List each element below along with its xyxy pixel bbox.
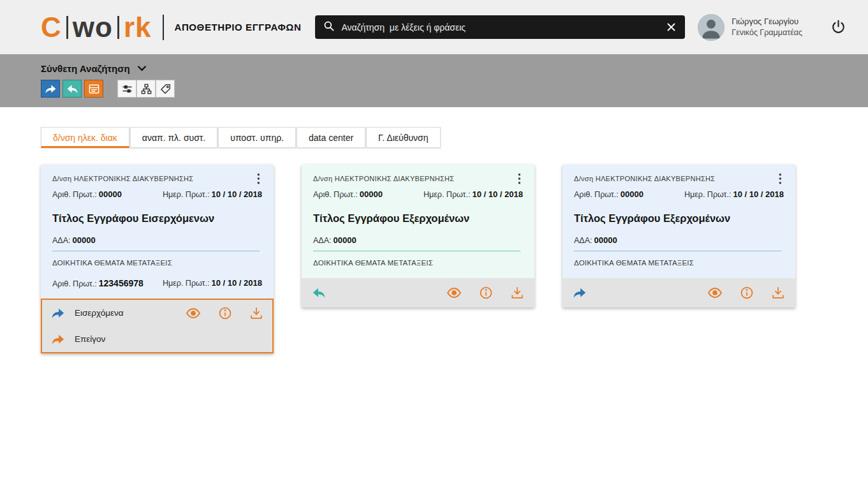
ada-number: ΑΔΑ:00000: [313, 235, 520, 251]
protocol-date: Ημερ. Πρωτ.:10 / 10 / 2018: [423, 189, 523, 199]
card-title: Τίτλος Εγγράφου Εξερχομένων: [574, 212, 784, 225]
card-body: Δ/νση ΗΛΕΚΤΡΟΝΙΚΗΣ ΔΙΑΚΥΒΕΡΝΗΣΗΣ ⋮ Αριθ.…: [563, 165, 795, 278]
card-department: Δ/νση ΗΛΕΚΤΡΟΝΙΚΗΣ ΔΙΑΚΥΒΕΡΝΗΣΗΣ: [313, 175, 523, 182]
info-icon[interactable]: [740, 286, 754, 300]
user-name: Γιώργος Γεωργίου: [732, 16, 802, 27]
search-icon: [323, 20, 335, 34]
protocol-number: Αριθ. Πρωτ.:00000: [52, 189, 122, 199]
footer-row-priority: Επείγον: [42, 326, 272, 352]
department-tabs: δ/νση ηλεκ. διακ αναπ. πλ. συστ. υποστ. …: [41, 127, 868, 148]
forward-icon[interactable]: [573, 286, 587, 300]
card-secondary-meta-row: Αριθ. Πρωτ.:123456978 Ημερ. Πρωτ.:10 / 1…: [52, 278, 262, 290]
document-card: Δ/νση ΗΛΕΚΤΡΟΝΙΚΗΣ ΔΙΑΚΥΒΕΡΝΗΣΗΣ ⋮ Αριθ.…: [563, 165, 795, 307]
card-body: Δ/νση ΗΛΕΚΤΡΟΝΙΚΗΣ ΔΙΑΚΥΒΕΡΝΗΣΗΣ ⋮ Αριθ.…: [41, 165, 274, 299]
action-toolbar: [41, 80, 868, 98]
priority-label: Επείγον: [75, 334, 105, 344]
card-actions: [707, 285, 785, 300]
user-avatar: [698, 14, 725, 41]
logout-button[interactable]: [830, 19, 846, 35]
card-meta-row: Αριθ. Πρωτ.:00000 Ημερ. Πρωτ.:10 / 10 / …: [313, 189, 523, 199]
ada-number: ΑΔΑ:00000: [574, 235, 781, 251]
document-card: Δ/νση ΗΛΕΚΤΡΟΝΙΚΗΣ ΔΙΑΚΥΒΕΡΝΗΣΗΣ ⋮ Αριθ.…: [302, 165, 534, 307]
logo-bar: [66, 16, 68, 39]
card-body: Δ/νση ΗΛΕΚΤΡΟΝΙΚΗΣ ΔΙΑΚΥΒΕΡΝΗΣΗΣ ⋮ Αριθ.…: [302, 165, 534, 278]
document-card: Δ/νση ΗΛΕΚΤΡΟΝΙΚΗΣ ΔΙΑΚΥΒΕΡΝΗΣΗΣ ⋮ Αριθ.…: [41, 165, 274, 353]
advanced-search-toggle[interactable]: Σύνθετη Αναζήτηση: [41, 54, 868, 74]
protocol-number: Αριθ. Πρωτ.:00000: [313, 189, 383, 199]
urgent-icon[interactable]: [51, 332, 65, 346]
card-subject: ΔΟΙΚΗΤΙΚΑ ΘΕΜΑΤΑ ΜΕΤΑΤΑΞΕΙΣ: [52, 259, 262, 269]
card-actions: [446, 285, 524, 300]
card-title: Τίτλος Εγγράφου Εξερχομένων: [313, 212, 523, 225]
view-icon[interactable]: [446, 285, 462, 300]
tag-button[interactable]: [156, 80, 175, 98]
app-title: ΑΠΟΘΕΤΗΡΙΟ ΕΓΓΡΑΦΩΝ: [174, 22, 301, 33]
card-department: Δ/νση ΗΛΕΚΤΡΟΝΙΚΗΣ ΔΙΑΚΥΒΕΡΝΗΣΗΣ: [574, 175, 784, 182]
download-icon[interactable]: [510, 286, 524, 300]
card-title: Τίτλος Εγγράφου Εισερχόμενων: [52, 212, 262, 225]
card-department: Δ/νση ΗΛΕΚΤΡΟΝΙΚΗΣ ΔΙΑΚΥΒΕΡΝΗΣΗΣ: [52, 175, 262, 182]
card-menu-button[interactable]: ⋮: [513, 172, 526, 184]
card-subject: ΔΟΙΚΗΤΙΚΑ ΘΕΜΑΤΑ ΜΕΤΑΤΑΞΕΙΣ: [313, 259, 523, 269]
user-profile[interactable]: Γιώργος Γεωργίου Γενικός Γραμματέας: [698, 14, 802, 41]
filter-options-button[interactable]: [117, 80, 136, 98]
header-divider: [163, 15, 164, 40]
tab-ypost-ypir[interactable]: υποστ. υπηρ.: [218, 127, 296, 148]
user-role: Γενικός Γραμματέας: [732, 27, 802, 38]
incoming-forward-icon[interactable]: [51, 306, 65, 320]
app-header: C wo rk ΑΠΟΘΕΤΗΡΙΟ ΕΓΓΡΑΦΩΝ Γιώργος Γεωρ…: [0, 0, 868, 54]
card-menu-button[interactable]: ⋮: [253, 172, 265, 184]
card-actions: [186, 306, 263, 321]
card-meta-row: Αριθ. Πρωτ.:00000 Ημερ. Πρωτ.:10 / 10 / …: [52, 189, 262, 199]
card-meta-row: Αριθ. Πρωτ.:00000 Ημερ. Πρωτ.:10 / 10 / …: [574, 189, 784, 199]
view-icon[interactable]: [186, 306, 201, 321]
card-menu-button[interactable]: ⋮: [774, 172, 786, 184]
logo-part: rk: [124, 11, 152, 43]
document-cards: Δ/νση ΗΛΕΚΤΡΟΝΙΚΗΣ ΔΙΑΚΥΒΕΡΝΗΣΗΣ ⋮ Αριθ.…: [41, 165, 868, 353]
info-icon[interactable]: [479, 286, 493, 300]
card-subject: ΔΟΙΚΗΤΙΚΑ ΘΕΜΑΤΑ ΜΕΤΑΤΑΞΕΙΣ: [574, 259, 784, 269]
info-icon[interactable]: [218, 306, 232, 320]
card-footer-selected: Εισερχόμενα Επείγον: [41, 299, 274, 353]
protocol-date-secondary: Ημερ. Πρωτ.:10 / 10 / 2018: [163, 278, 262, 288]
view-options-group: [117, 80, 175, 98]
direction-label: Εισερχόμενα: [75, 308, 124, 318]
protocol-number: Αριθ. Πρωτ.:00000: [574, 189, 644, 199]
tab-dnsi-ilek-diak[interactable]: δ/νση ηλεκ. διακ: [41, 127, 129, 148]
tab-anap-pl-syst[interactable]: αναπ. πλ. συστ.: [130, 127, 217, 148]
download-icon[interactable]: [771, 286, 785, 300]
app-logo: C wo rk: [41, 11, 151, 43]
tab-data-center[interactable]: data center: [297, 127, 365, 148]
search-bar[interactable]: [315, 15, 685, 39]
hierarchy-view-button[interactable]: [136, 80, 156, 98]
protocol-number-secondary: Αριθ. Πρωτ.:123456978: [52, 278, 143, 288]
logo-part: C: [41, 11, 62, 43]
download-icon[interactable]: [249, 306, 263, 320]
protocol-date: Ημερ. Πρωτ.:10 / 10 / 2018: [684, 189, 784, 199]
user-info: Γιώργος Γεωργίου Γενικός Γραμματέας: [732, 16, 802, 38]
toolbar-band: Σύνθετη Αναζήτηση: [0, 54, 868, 107]
ada-number: ΑΔΑ:00000: [52, 235, 260, 251]
reply-button[interactable]: [63, 80, 82, 98]
tab-g-dieythynsi[interactable]: Γ. Διεύθυνση: [366, 127, 440, 148]
chevron-down-icon: [137, 63, 147, 74]
logo-bar: [117, 16, 119, 39]
card-footer: [563, 278, 795, 307]
card-footer: [302, 278, 534, 307]
search-input[interactable]: [341, 22, 658, 33]
reply-icon[interactable]: [312, 286, 326, 300]
view-icon[interactable]: [707, 285, 723, 300]
footer-row-direction: Εισερχόμενα: [42, 300, 272, 326]
clear-search-icon[interactable]: [665, 21, 677, 34]
logo-part: wo: [73, 11, 113, 43]
advanced-search-label: Σύνθετη Αναζήτηση: [41, 63, 130, 74]
card-view-button[interactable]: [84, 80, 103, 98]
forward-button[interactable]: [41, 80, 60, 98]
protocol-date: Ημερ. Πρωτ.:10 / 10 / 2018: [163, 189, 262, 199]
